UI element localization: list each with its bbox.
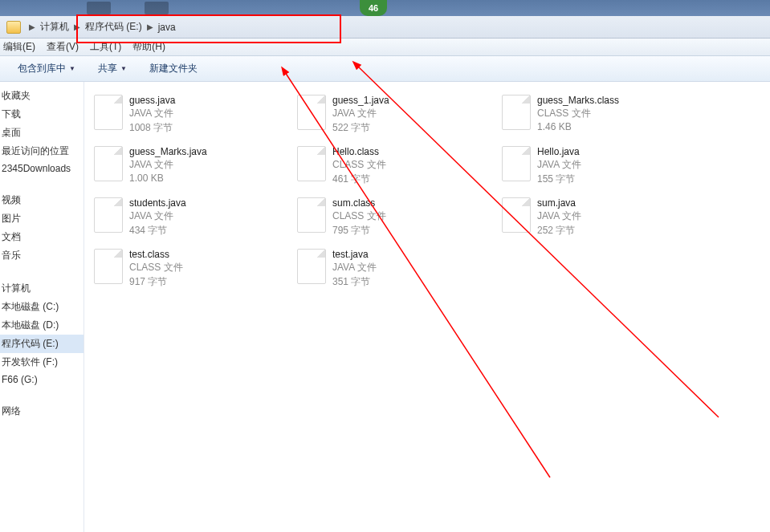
file-type: JAVA 文件 <box>129 158 207 172</box>
file-tile[interactable]: test.javaJAVA 文件351 字节 <box>297 249 498 289</box>
sidebar-group-network: 网络 <box>0 402 84 420</box>
file-tile[interactable]: sum.classCLASS 文件795 字节 <box>297 197 498 238</box>
sidebar-item-favorites[interactable]: 收藏夹 <box>0 87 84 105</box>
file-size: 917 字节 <box>129 275 183 289</box>
file-size: 1.46 KB <box>537 121 619 132</box>
file-type: JAVA 文件 <box>129 107 175 120</box>
file-name: guess_1.java <box>332 95 389 106</box>
file-name: test.class <box>129 249 183 260</box>
file-type: CLASS 文件 <box>332 158 386 172</box>
sidebar-item-drive-f[interactable]: 开发软件 (F:) <box>0 353 84 372</box>
file-name: Hello.class <box>332 146 386 157</box>
file-tile[interactable]: guess.javaJAVA 文件1008 字节 <box>94 95 295 135</box>
file-name: Hello.java <box>537 146 581 157</box>
breadcrumb-computer[interactable]: 计算机 <box>39 18 71 35</box>
file-list[interactable]: guess.javaJAVA 文件1008 字节guess_1.javaJAVA… <box>84 82 770 532</box>
sidebar-item-computer[interactable]: 计算机 <box>0 279 84 298</box>
file-type: CLASS 文件 <box>537 107 619 120</box>
sidebar-item-drive-c[interactable]: 本地磁盘 (C:) <box>0 298 84 316</box>
address-bar[interactable]: ▶ 计算机 ▶ 程序代码 (E:) ▶ java <box>0 16 770 39</box>
sidebar-item-documents[interactable]: 文档 <box>0 228 84 246</box>
sidebar-item-music[interactable]: 音乐 <box>0 246 84 265</box>
file-tile[interactable]: sum.javaJAVA 文件252 字节 <box>502 197 703 238</box>
sidebar-item-videos[interactable]: 视频 <box>0 191 84 209</box>
chevron-right-icon[interactable]: ▶ <box>29 22 35 31</box>
file-icon <box>94 197 123 233</box>
file-name: sum.java <box>537 197 581 209</box>
aero-preview-thumb <box>87 2 111 14</box>
sidebar-item-network[interactable]: 网络 <box>0 402 84 420</box>
file-icon <box>502 95 531 130</box>
file-icon <box>297 249 326 284</box>
sidebar-item-desktop[interactable]: 桌面 <box>0 124 84 142</box>
file-type: JAVA 文件 <box>332 261 377 274</box>
chevron-right-icon[interactable]: ▶ <box>147 22 153 31</box>
file-tile[interactable]: Hello.javaJAVA 文件155 字节 <box>502 146 703 186</box>
sidebar-group-libraries: 视频 图片 文档 音乐 <box>0 191 84 265</box>
file-type: JAVA 文件 <box>537 158 581 172</box>
window-titlebar: 46 <box>0 0 770 16</box>
file-tile[interactable]: Hello.classCLASS 文件461 字节 <box>297 146 498 186</box>
file-name: test.java <box>332 249 377 260</box>
file-icon <box>297 197 326 233</box>
file-name: guess.java <box>129 95 175 106</box>
sidebar-item-pictures[interactable]: 图片 <box>0 209 84 228</box>
breadcrumb-folder[interactable]: java <box>157 20 177 35</box>
file-size: 795 字节 <box>332 224 386 238</box>
sidebar-group-favorites: 收藏夹 下载 桌面 最近访问的位置 2345Downloads <box>0 87 84 177</box>
aero-preview-thumb <box>145 2 169 14</box>
menu-edit[interactable]: 编辑(E) <box>3 40 35 54</box>
file-icon <box>297 146 326 181</box>
file-type: JAVA 文件 <box>129 209 186 223</box>
file-size: 434 字节 <box>129 224 186 238</box>
folder-icon <box>6 21 21 34</box>
file-tile[interactable]: guess_1.javaJAVA 文件522 字节 <box>297 95 498 135</box>
file-size: 351 字节 <box>332 275 377 289</box>
file-icon <box>502 197 531 233</box>
file-type: CLASS 文件 <box>332 209 386 223</box>
content-area: 收藏夹 下载 桌面 最近访问的位置 2345Downloads 视频 图片 文档… <box>0 82 770 532</box>
file-icon <box>502 146 531 181</box>
chevron-down-icon: ▼ <box>69 65 75 72</box>
file-icon <box>94 249 123 284</box>
file-type: JAVA 文件 <box>537 209 581 223</box>
file-size: 1008 字节 <box>129 121 175 135</box>
breadcrumb-drive[interactable]: 程序代码 (E:) <box>84 18 144 35</box>
file-tile[interactable]: guess_Marks.javaJAVA 文件1.00 KB <box>94 146 295 184</box>
file-size: 1.00 KB <box>129 173 207 184</box>
menu-tools[interactable]: 工具(T) <box>90 40 121 54</box>
file-size: 155 字节 <box>537 173 581 186</box>
menu-help[interactable]: 帮助(H) <box>132 40 165 54</box>
sidebar-item-drive-d[interactable]: 本地磁盘 (D:) <box>0 316 84 335</box>
sidebar-item-downloads[interactable]: 下载 <box>0 105 84 124</box>
file-icon <box>94 146 123 181</box>
file-name: guess_Marks.java <box>129 146 207 157</box>
sidebar-group-computer: 计算机 本地磁盘 (C:) 本地磁盘 (D:) 程序代码 (E:) 开发软件 (… <box>0 279 84 388</box>
notification-badge: 46 <box>360 0 387 16</box>
menu-bar: 编辑(E) 查看(V) 工具(T) 帮助(H) <box>0 39 770 56</box>
file-name: guess_Marks.class <box>537 95 619 106</box>
command-bar: 包含到库中 ▼ 共享 ▼ 新建文件夹 <box>0 56 770 82</box>
chevron-right-icon[interactable]: ▶ <box>74 22 80 31</box>
file-tile[interactable]: students.javaJAVA 文件434 字节 <box>94 197 295 238</box>
file-tile[interactable]: test.classCLASS 文件917 字节 <box>94 249 295 289</box>
file-size: 461 字节 <box>332 173 386 186</box>
file-name: sum.class <box>332 197 386 209</box>
navigation-pane[interactable]: 收藏夹 下载 桌面 最近访问的位置 2345Downloads 视频 图片 文档… <box>0 82 84 532</box>
new-folder-button[interactable]: 新建文件夹 <box>149 62 198 75</box>
include-in-library-button[interactable]: 包含到库中 ▼ <box>18 62 75 75</box>
sidebar-item-drive-e[interactable]: 程序代码 (E:) <box>0 335 84 353</box>
file-type: JAVA 文件 <box>332 107 389 120</box>
file-size: 252 字节 <box>537 224 581 238</box>
sidebar-item-drive-g[interactable]: F66 (G:) <box>0 372 84 388</box>
file-type: CLASS 文件 <box>129 261 183 274</box>
sidebar-item-2345downloads[interactable]: 2345Downloads <box>0 160 84 177</box>
menu-view[interactable]: 查看(V) <box>47 40 79 54</box>
file-tile[interactable]: guess_Marks.classCLASS 文件1.46 KB <box>502 95 703 132</box>
file-icon <box>297 95 326 130</box>
file-icon <box>94 95 123 130</box>
share-button[interactable]: 共享 ▼ <box>98 62 127 75</box>
file-size: 522 字节 <box>332 121 389 135</box>
file-name: students.java <box>129 197 186 209</box>
sidebar-item-recent[interactable]: 最近访问的位置 <box>0 142 84 160</box>
